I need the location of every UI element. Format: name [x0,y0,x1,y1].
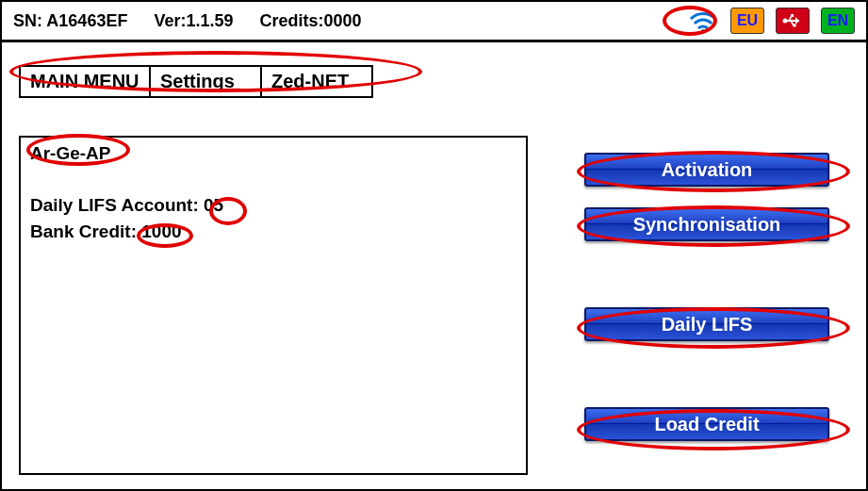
language-badge[interactable]: EN [821,8,855,34]
header-right: EU EN [687,8,855,34]
synchronisation-button[interactable]: Synchronisation [584,207,829,241]
activation-button[interactable]: Activation [584,153,829,187]
wifi-icon [687,8,719,34]
svg-point-3 [793,24,796,27]
header-left: SN: A16463EF Ver:1.1.59 Credits:0000 [13,11,362,31]
bank-credit-row: Bank Credit: 1000 [30,219,516,245]
daily-lifs-value: 05 [204,195,223,215]
svg-rect-2 [791,14,794,17]
svg-point-0 [701,29,705,33]
daily-lifs-label: Daily LIFS Account: [30,195,204,215]
breadcrumb: MAIN MENU Settings Zed-NET [19,65,866,98]
button-column: Activation Synchronisation Daily LIFS Lo… [584,136,829,475]
breadcrumb-settings[interactable]: Settings [149,65,262,98]
version-label: Ver:1.1.59 [154,11,233,31]
region-badge[interactable]: EU [730,8,764,34]
credits-label: Credits:0000 [259,11,361,31]
bank-credit-label: Bank Credit: [30,221,141,241]
breadcrumb-zed-net[interactable]: Zed-NET [260,65,373,98]
sn-label: SN: A16463EF [13,11,127,31]
usb-icon[interactable] [776,8,810,34]
daily-lifs-row: Daily LIFS Account: 05 [30,192,516,219]
bank-credit-value: 1000 [141,221,181,241]
info-panel: Ar-Ge-AP Daily LIFS Account: 05 Bank Cre… [19,136,528,475]
access-point-name: Ar-Ge-AP [30,143,111,164]
load-credit-button[interactable]: Load Credit [584,407,829,441]
breadcrumb-main-menu[interactable]: MAIN MENU [19,65,151,98]
header-bar: SN: A16463EF Ver:1.1.59 Credits:0000 EU [2,2,866,42]
daily-lifs-button[interactable]: Daily LIFS [584,307,829,341]
content-area: Ar-Ge-AP Daily LIFS Account: 05 Bank Cre… [2,136,866,475]
